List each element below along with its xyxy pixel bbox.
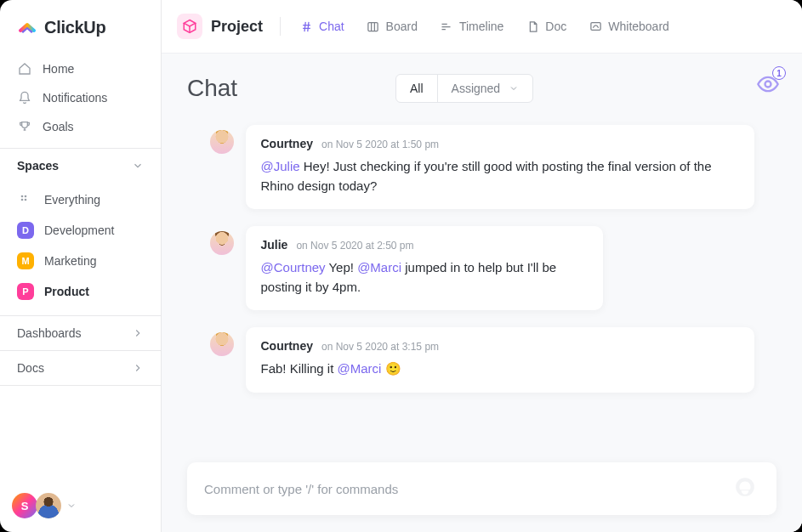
timeline-icon (440, 20, 453, 33)
spaces-header[interactable]: Spaces (0, 148, 161, 181)
chevron-right-icon (132, 362, 144, 374)
user-avatar-self[interactable]: S (12, 493, 37, 518)
filter-pills: All Assigned (395, 74, 533, 103)
svg-point-0 (21, 195, 24, 198)
tab-whiteboard[interactable]: Whiteboard (580, 14, 678, 38)
tab-board[interactable]: Board (358, 14, 426, 38)
message-author: Courtney (261, 137, 313, 150)
mention[interactable]: @Marci (357, 260, 401, 274)
content-area: Chat All Assigned 1 (162, 54, 802, 532)
sidebar-dashboards-label: Dashboards (17, 326, 82, 340)
sidebar-footer: S (0, 481, 161, 532)
space-everything[interactable]: Everything (9, 184, 152, 215)
message-card[interactable]: Courtney on Nov 5 2020 at 3:15 pm Fab! K… (246, 327, 754, 393)
avatar-courtney[interactable] (210, 130, 234, 154)
message-text: Yep! (326, 260, 358, 274)
space-development[interactable]: D Development (9, 215, 152, 246)
message-thread: Courtney on Nov 5 2020 at 1:50 pm @Julie… (210, 125, 754, 393)
trophy-icon (17, 119, 32, 134)
mention[interactable]: @Julie (261, 159, 300, 173)
nav-notifications-label: Notifications (43, 91, 107, 105)
composer-wrap: Comment or type '/' for commands (187, 445, 776, 515)
svg-point-6 (765, 82, 771, 88)
nav-goals-label: Goals (43, 120, 74, 133)
tab-chat-label: Chat (319, 20, 344, 33)
space-product[interactable]: P Product (9, 276, 152, 307)
svg-point-3 (25, 199, 27, 201)
sidebar: ClickUp Home Notifications Goals Spaces (0, 0, 162, 532)
mention[interactable]: @Courtney (261, 260, 326, 274)
sidebar-docs-label: Docs (17, 361, 44, 375)
tab-timeline[interactable]: Timeline (431, 14, 512, 38)
nav-home[interactable]: Home (9, 54, 152, 83)
tab-timeline-label: Timeline (459, 20, 503, 33)
chevron-down-icon[interactable] (66, 501, 77, 511)
svg-point-2 (21, 199, 24, 201)
message-author: Courtney (261, 339, 313, 353)
send-icon[interactable] (734, 476, 759, 501)
spaces-list: Everything D Development M Marketing P P… (0, 181, 161, 315)
space-everything-label: Everything (44, 193, 100, 207)
chevron-down-icon (132, 160, 144, 172)
nav-home-label: Home (43, 62, 74, 76)
svg-rect-5 (591, 22, 600, 30)
space-marketing-label: Marketing (44, 254, 96, 268)
watchers-count: 1 (772, 66, 786, 80)
grid-icon (17, 191, 34, 208)
whiteboard-icon (589, 20, 602, 33)
clickup-logo-icon (17, 17, 37, 37)
sidebar-dashboards[interactable]: Dashboards (0, 315, 161, 350)
tab-doc[interactable]: Doc (517, 14, 575, 38)
bell-icon (17, 90, 32, 105)
message-time: on Nov 5 2020 at 3:15 pm (321, 341, 439, 353)
filter-all[interactable]: All (396, 75, 437, 102)
message-row: Julie on Nov 5 2020 at 2:50 pm @Courtney… (210, 226, 754, 310)
message-card[interactable]: Julie on Nov 5 2020 at 2:50 pm @Courtney… (246, 226, 603, 310)
brand-logo[interactable]: ClickUp (0, 0, 161, 51)
tabs-row: Project Chat Board Timeline Doc Whiteb (162, 0, 802, 54)
svg-point-1 (25, 195, 27, 198)
user-avatar-other[interactable] (36, 493, 61, 518)
space-chip-development: D (17, 222, 34, 239)
project-chip[interactable]: Project (173, 10, 270, 42)
watchers-indicator[interactable]: 1 (756, 72, 780, 96)
tab-doc-label: Doc (545, 20, 566, 33)
composer-input[interactable]: Comment or type '/' for commands (204, 482, 734, 496)
chevron-down-icon (509, 83, 519, 93)
message-time: on Nov 5 2020 at 2:50 pm (296, 240, 413, 252)
message-author: Julie (261, 238, 288, 252)
message-time: on Nov 5 2020 at 1:50 pm (321, 139, 439, 150)
project-title: Project (211, 18, 263, 36)
message-text: Fab! Killing it (261, 361, 338, 376)
message-body: Fab! Killing it @Marci 🙂 (261, 359, 739, 379)
chevron-right-icon (132, 327, 144, 339)
sidebar-docs[interactable]: Docs (0, 350, 161, 386)
tab-chat[interactable]: Chat (291, 14, 353, 38)
space-product-label: Product (44, 285, 89, 298)
emoji: 🙂 (381, 361, 401, 376)
app-frame: ClickUp Home Notifications Goals Spaces (0, 0, 802, 532)
composer[interactable]: Comment or type '/' for commands (187, 462, 776, 515)
filter-assigned[interactable]: Assigned (437, 75, 533, 102)
chat-title: Chat (187, 75, 237, 102)
nav-goals[interactable]: Goals (9, 112, 152, 141)
space-development-label: Development (44, 224, 115, 237)
space-marketing[interactable]: M Marketing (9, 246, 152, 276)
message-row: Courtney on Nov 5 2020 at 1:50 pm @Julie… (210, 125, 754, 209)
message-body: @Julie Hey! Just checking if you're stil… (261, 157, 739, 195)
message-text: Hey! Just checking if you're still good … (261, 159, 712, 193)
message-row: Courtney on Nov 5 2020 at 3:15 pm Fab! K… (210, 327, 754, 393)
eye-icon: 1 (756, 72, 780, 96)
avatar-courtney[interactable] (210, 332, 234, 356)
hash-icon (299, 20, 313, 33)
cube-icon (177, 14, 202, 39)
main: Project Chat Board Timeline Doc Whiteb (162, 0, 802, 532)
spaces-header-label: Spaces (17, 159, 59, 173)
space-chip-marketing: M (17, 252, 34, 269)
content-head: Chat All Assigned (187, 74, 776, 103)
message-card[interactable]: Courtney on Nov 5 2020 at 1:50 pm @Julie… (246, 125, 754, 209)
mention[interactable]: @Marci (338, 361, 382, 376)
avatar-julie[interactable] (210, 231, 234, 255)
nav-notifications[interactable]: Notifications (9, 83, 152, 112)
message-body: @Courtney Yep! @Marci jumped in to help … (261, 258, 588, 297)
